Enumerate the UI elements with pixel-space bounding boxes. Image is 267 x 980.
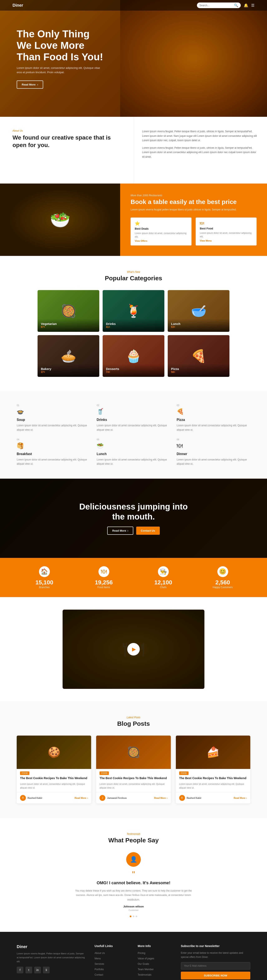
blog-tag: Latest Posts xyxy=(17,716,250,719)
book-cards: ⭐ Best Deals Lorem ipsum dolor sit amet,… xyxy=(130,218,257,245)
feature-pizza: 03 🍕 Pizza Lorem ipsum dolor sit amet co… xyxy=(177,404,250,432)
footer-link-goals[interactable]: Our Goals xyxy=(138,963,149,966)
stat-chefs-label: Chefs xyxy=(135,586,191,589)
menu-icon[interactable]: ☰ xyxy=(251,3,254,8)
category-vegetarian[interactable]: 🥘 Vegetarian 67+ xyxy=(38,290,99,332)
feature-title-dinner: Dinner xyxy=(177,452,250,456)
cat-lunch-count: 53+ xyxy=(171,326,226,328)
footer-more-info: More Info Pricing Value of pages Our Goa… xyxy=(138,944,173,979)
feature-title-drinks: Drinks xyxy=(97,418,170,422)
blog-footer-2: J Jamaaral Ferdous Read More › xyxy=(96,792,171,803)
footer-link-services[interactable]: Services xyxy=(94,963,104,966)
dot-1[interactable] xyxy=(130,916,132,917)
cat-pizza-name: Pizza xyxy=(171,367,226,371)
stat-customers-number: 2,560 xyxy=(195,579,250,586)
cat-desserts-count: 74+ xyxy=(106,371,161,374)
hero-title: The Only Thing We Love More Than Food Is… xyxy=(17,28,104,63)
drinks-icon: 🥤 xyxy=(97,408,170,415)
cat-pizza-overlay: Pizza 58+ xyxy=(168,364,229,377)
about-heading: We found our creative space that is open… xyxy=(13,134,121,149)
read-more-3[interactable]: Read More › xyxy=(234,797,247,799)
footer-newsletter: Subscribe to our Newsletter Enter your e… xyxy=(181,944,250,979)
search-bar[interactable]: 🔍 xyxy=(197,3,241,8)
blog-title-2: The Best Cookie Recipes To Bake This Wee… xyxy=(96,776,171,783)
feature-title-lunch: Lunch xyxy=(97,452,170,456)
about-tag: About Us xyxy=(13,129,121,132)
dinner-icon: 🍽 xyxy=(177,442,250,449)
banner-section: Deliciousness jumping into the mouth. Re… xyxy=(0,479,267,558)
instagram-icon[interactable]: in xyxy=(34,967,41,973)
footer-link-menu[interactable]: Menu xyxy=(94,957,101,960)
cat-veg-count: 67+ xyxy=(41,326,96,328)
newsletter-button[interactable]: SUBSCRIBE NOW xyxy=(181,972,250,979)
blog-title-1: The Best Cookie Recipes To Bake This Wee… xyxy=(17,776,91,783)
category-pizza[interactable]: 🍕 Pizza 58+ xyxy=(168,335,229,377)
footer-link-pricing[interactable]: Pricing xyxy=(138,951,145,955)
testimonials-tag: Testimonials xyxy=(17,832,250,835)
cat-desserts-overlay: Desserts 74+ xyxy=(103,364,164,377)
play-icon: ▶ xyxy=(132,646,136,652)
video-play-button[interactable]: ▶ xyxy=(127,643,140,655)
testimonial-card: 👤 " OMG! I cannot believe. It's Awesome!… xyxy=(71,852,196,918)
cat-desserts-name: Desserts xyxy=(106,367,161,371)
stat-branches: 🏠 15,100 Branches xyxy=(17,566,72,589)
categories-heading: Popular Categories xyxy=(17,275,250,282)
category-bakery[interactable]: 🥧 Bakery 37+ xyxy=(38,335,99,377)
blog-section: Latest Posts Blog Posts 🍪 FOOD The Best … xyxy=(0,702,267,818)
dot-2[interactable] xyxy=(133,916,134,917)
testimonial-title: OMG! I cannot believe. It's Awesome! xyxy=(71,881,196,885)
blog-desc-1: Lorem ipsum dolor sit amet, consectetur … xyxy=(17,782,91,792)
categories-section: What's New Popular Categories 🥘 Vegetari… xyxy=(0,256,267,391)
author-name-2: Jamaaral Ferdous xyxy=(107,797,127,799)
linkedin-icon[interactable]: li xyxy=(43,967,50,973)
food-link[interactable]: View Menu xyxy=(200,239,253,242)
banner-title: Deliciousness jumping into the mouth. xyxy=(79,501,188,522)
banner-contact-button[interactable]: Contact Us xyxy=(136,527,160,535)
branches-icon: 🏠 xyxy=(39,566,50,577)
stat-customers-label: Happy Customers xyxy=(195,586,250,589)
footer-link-about[interactable]: About Us xyxy=(94,951,105,955)
about-para-2: Lorem ipsum viverra feugiat. Pellen tesq… xyxy=(142,146,259,159)
features-grid: 01 🍲 Soup Lorem ipsum dolor sit amet con… xyxy=(17,404,250,466)
category-lunch[interactable]: 🥣 Lunch 53+ xyxy=(168,290,229,332)
category-drinks[interactable]: 🍹 Drinks 41+ xyxy=(103,290,164,332)
blog-badge-3: FOOD xyxy=(179,772,189,775)
feature-desc-soup: Lorem ipsum dolor sit amet consectetur a… xyxy=(17,423,90,432)
blog-footer-1: R Rashed Kabir Read More › xyxy=(17,792,91,803)
newsletter-input[interactable] xyxy=(181,962,250,970)
blog-card-1: 🍪 FOOD The Best Cookie Recipes To Bake T… xyxy=(17,736,91,803)
feature-num-2: 02 xyxy=(97,404,170,406)
blog-footer-3: R Rashed Kabir Read More › xyxy=(176,792,250,803)
stat-branches-label: Branches xyxy=(17,586,72,589)
feature-soup: 01 🍲 Soup Lorem ipsum dolor sit amet con… xyxy=(17,404,90,432)
footer-link-testimonials[interactable]: Testimonials xyxy=(138,973,151,976)
stat-branches-number: 15,100 xyxy=(17,579,72,586)
deals-link[interactable]: View Offers xyxy=(135,240,187,242)
footer-link-pages[interactable]: Value of pages xyxy=(138,957,154,960)
blog-author-1: R Rashed Kabir xyxy=(20,795,42,801)
categories-tag: What's New xyxy=(17,270,250,274)
banner-read-more-button[interactable]: Read More › xyxy=(107,527,133,535)
about-section: About Us We found our creative space tha… xyxy=(0,117,267,183)
testimonial-role: Customer xyxy=(71,909,196,912)
twitter-icon[interactable]: t xyxy=(25,967,32,973)
bell-icon[interactable]: 🔔 xyxy=(244,3,248,8)
footer-link-team[interactable]: Team Member xyxy=(138,968,154,971)
stat-food-label: Food Items xyxy=(76,586,132,589)
cat-pizza-count: 58+ xyxy=(171,371,226,374)
feature-num-5: 05 xyxy=(97,438,170,441)
footer-link-portfolio[interactable]: Portfolio xyxy=(94,968,104,971)
facebook-icon[interactable]: f xyxy=(17,967,23,973)
dot-3[interactable] xyxy=(135,916,137,917)
read-more-2[interactable]: Read More › xyxy=(154,797,167,799)
search-input[interactable] xyxy=(199,4,233,7)
hero-cta-button[interactable]: Read More › xyxy=(17,81,43,89)
footer-link-contact[interactable]: Contact xyxy=(94,973,103,976)
feature-num-1: 01 xyxy=(17,404,90,406)
read-more-1[interactable]: Read More › xyxy=(75,797,88,799)
author-name-1: Rashed Kabir xyxy=(27,797,42,799)
useful-links-heading: Usefull Links xyxy=(94,944,129,948)
book-heading: Book a table easily at the best price xyxy=(130,198,257,206)
feature-num-3: 03 xyxy=(177,404,250,406)
category-desserts[interactable]: 🧁 Desserts 74+ xyxy=(103,335,164,377)
